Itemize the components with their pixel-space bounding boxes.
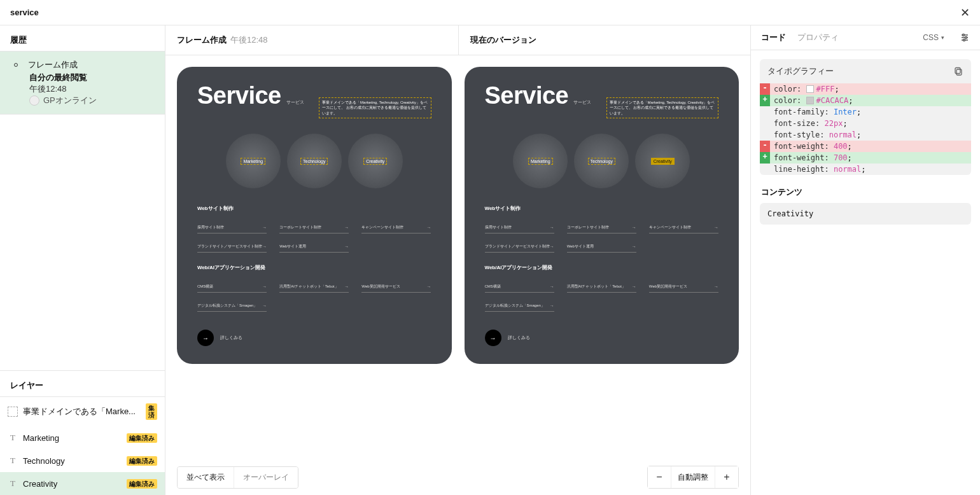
typography-block: タイポグラフィー -color: #FFF;+color: #CACACA;fo… <box>760 59 971 175</box>
circle-label: Marketing <box>241 158 265 165</box>
left-panel: 履歴 フレーム作成 自分の最終閲覧 午後12:48 GPオンライン レイヤー 事… <box>0 25 165 495</box>
pane-label: 現在のバージョン <box>470 34 536 46</box>
page-title: service <box>10 8 39 17</box>
circle: Technology <box>574 134 629 188</box>
zoom-control: − 自動調整 + <box>647 466 739 489</box>
list-item[interactable]: ブランドサイト／サービスサイト制作 <box>485 241 554 253</box>
svg-rect-7 <box>955 68 960 74</box>
list-item[interactable]: コーポレートサイト制作 <box>279 222 349 234</box>
code-line: font-size: 22px; <box>760 118 971 129</box>
section1-title: Webサイト制作 <box>485 205 719 212</box>
layer-row[interactable]: Technology編集済み <box>0 449 165 472</box>
layer-row[interactable]: Marketing編集済み <box>0 426 165 449</box>
typography-title: タイポグラフィー <box>767 66 834 77</box>
code-line: +color: #CACACA; <box>760 95 971 106</box>
text-icon <box>8 478 18 489</box>
pane-header-after: 現在のバージョン <box>458 25 751 55</box>
svg-point-1 <box>963 34 965 36</box>
canvas-wrap[interactable]: Service サービス 事業ドメインである「Marketing, Techno… <box>165 55 750 459</box>
list-item[interactable]: CMS構築 <box>197 281 267 293</box>
service-title: Service <box>197 82 281 109</box>
history-item[interactable]: フレーム作成 自分の最終閲覧 午後12:48 GPオンライン <box>0 52 165 115</box>
list-item[interactable]: キャンペーンサイト制作 <box>649 222 718 234</box>
contents-value: Creativity <box>760 203 971 225</box>
list-item[interactable]: 採用サイト制作 <box>485 222 554 234</box>
layer-name: 事業ドメインである「Marke... <box>23 406 141 417</box>
circle-label: Creativity <box>363 158 387 165</box>
more[interactable]: → 詳しくみる <box>485 330 719 346</box>
close-icon[interactable]: ✕ <box>960 6 970 20</box>
layer-row[interactable]: Creativity編集済み <box>0 472 165 495</box>
pane-header-before: フレーム作成 午後12:48 <box>165 25 458 55</box>
list-item[interactable]: 汎用型AIチャットボット「Tebot」 <box>279 281 349 293</box>
language-select[interactable]: CSS <box>923 33 944 42</box>
code-line: font-family: Inter; <box>760 106 971 118</box>
list-item[interactable]: Web受託開発サービス <box>361 281 431 293</box>
pane-meta: 午後12:48 <box>230 34 268 46</box>
layer-row[interactable]: 事業ドメインである「Marke...集済 <box>0 397 165 426</box>
list-item[interactable]: Webサイト運用 <box>279 241 349 253</box>
circle: Marketing <box>226 134 281 188</box>
tab-overlay[interactable]: オーバーレイ <box>234 467 298 488</box>
frame-icon <box>8 407 18 417</box>
service-card[interactable]: Service サービス 事業ドメインである「Marketing, Techno… <box>465 67 739 364</box>
zoom-in-button[interactable]: + <box>715 466 738 488</box>
more[interactable]: → 詳しくみる <box>197 330 431 346</box>
bullet-icon <box>14 63 18 67</box>
more-label: 詳しくみる <box>220 335 242 341</box>
section1-grid: 採用サイト制作コーポレートサイト制作キャンペーンサイト制作ブランドサイト／サービ… <box>485 222 719 253</box>
history-title: 履歴 <box>0 25 165 52</box>
copy-icon[interactable] <box>953 66 963 76</box>
svg-point-3 <box>965 37 967 39</box>
circle: Marketing <box>513 134 568 188</box>
arrow-icon: → <box>485 330 501 346</box>
view-toggle: 並べて表示 オーバーレイ <box>177 466 298 489</box>
history-action: フレーム作成 <box>28 59 78 71</box>
list-item[interactable]: コーポレートサイト制作 <box>567 222 636 234</box>
layers-list: 事業ドメインである「Marke...集済Marketing編集済みTechnol… <box>0 397 165 495</box>
circle-label: Marketing <box>528 158 553 165</box>
code-line: font-style: normal; <box>760 129 971 141</box>
section2-grid: CMS構築汎用型AIチャットボット「Tebot」Web受託開発サービスデジタル転… <box>197 281 431 312</box>
status-badge: 編集済み <box>127 456 157 466</box>
circles: MarketingTechnologyCreativity <box>485 134 719 188</box>
list-item[interactable]: 汎用型AIチャットボット「Tebot」 <box>567 281 636 293</box>
titlebar: service ✕ <box>0 0 980 25</box>
list-item[interactable]: Webサイト運用 <box>567 241 636 253</box>
layers-title: レイヤー <box>0 370 165 397</box>
circles: MarketingTechnologyCreativity <box>197 134 431 188</box>
settings-icon[interactable] <box>960 32 970 43</box>
list-item[interactable]: CMS構築 <box>485 281 554 293</box>
section2-title: Web/AIアプリケーション開発 <box>485 264 719 271</box>
history-time: 午後12:48 <box>10 83 155 95</box>
code-line: -color: #FFF; <box>760 83 971 95</box>
zoom-out-button[interactable]: − <box>648 466 671 488</box>
circle: Creativity <box>635 134 690 188</box>
layer-name: Creativity <box>23 479 122 489</box>
list-item[interactable]: Web受託開発サービス <box>649 281 718 293</box>
circle: Technology <box>287 134 342 188</box>
layer-name: Marketing <box>23 433 122 443</box>
service-desc: 事業ドメインである「Marketing, Technology, Creativ… <box>319 97 431 118</box>
circle-label: Creativity <box>651 158 675 165</box>
avatar-icon <box>29 95 39 106</box>
list-item[interactable]: ブランドサイト／サービスサイト制作 <box>197 241 267 253</box>
section1-grid: 採用サイト制作コーポレートサイト制作キャンペーンサイト制作ブランドサイト／サービ… <box>197 222 431 253</box>
zoom-label[interactable]: 自動調整 <box>671 466 715 488</box>
status-badge: 編集済み <box>127 433 157 443</box>
service-subtitle: サービス <box>286 99 304 106</box>
service-card[interactable]: Service サービス 事業ドメインである「Marketing, Techno… <box>177 67 452 364</box>
tab-side-by-side[interactable]: 並べて表示 <box>178 467 234 488</box>
tab-properties[interactable]: プロパティ <box>797 32 839 43</box>
history-user-name: GPオンライン <box>43 95 97 106</box>
list-item[interactable]: デジタル転換システム「Smagen」 <box>197 300 267 312</box>
svg-point-5 <box>963 39 965 41</box>
service-desc: 事業ドメインである「Marketing, Technology, Creativ… <box>606 97 718 118</box>
list-item[interactable]: 採用サイト制作 <box>197 222 267 234</box>
more-label: 詳しくみる <box>508 335 530 341</box>
text-icon <box>8 433 18 443</box>
tab-code[interactable]: コード <box>761 32 786 43</box>
list-item[interactable]: キャンペーンサイト制作 <box>361 222 431 234</box>
list-item[interactable]: デジタル転換システム「Smagen」 <box>485 300 554 312</box>
layer-name: Technology <box>23 456 122 466</box>
